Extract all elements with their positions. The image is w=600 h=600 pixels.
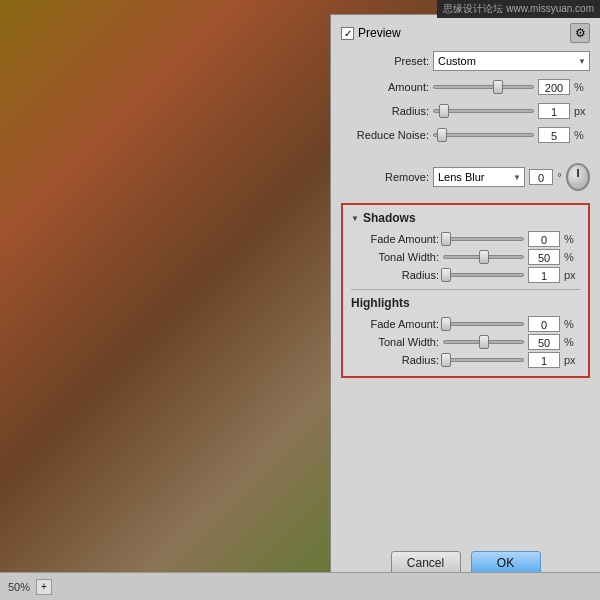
radius-slider[interactable] (433, 104, 534, 118)
amount-unit: % (574, 81, 590, 93)
dialog-panel: ✓ Preview ⚙ Preset: Custom ▼ Amount: 200… (330, 14, 600, 584)
radius-value[interactable]: 1 (538, 103, 570, 119)
reduce-noise-unit: % (574, 129, 590, 141)
reduce-noise-row: Reduce Noise: 5 % (341, 127, 590, 143)
shadows-radius-unit: px (564, 269, 580, 281)
dial-control[interactable] (566, 163, 590, 191)
amount-value[interactable]: 200 (538, 79, 570, 95)
reduce-noise-thumb[interactable] (437, 128, 447, 142)
bottom-status-bar: 50% + (0, 572, 600, 600)
highlights-tonal-label: Tonal Width: (351, 336, 439, 348)
highlights-tonal-track (443, 340, 524, 344)
shadows-tonal-track (443, 255, 524, 259)
radius-label: Radius: (341, 105, 429, 117)
amount-label: Amount: (341, 81, 429, 93)
highlights-fade-amount-row: Fade Amount: 0 % (351, 316, 580, 332)
check-mark: ✓ (344, 28, 352, 39)
highlights-fade-label: Fade Amount: (351, 318, 439, 330)
shadows-tonal-width-row: Tonal Width: 50 % (351, 249, 580, 265)
reduce-noise-label: Reduce Noise: (341, 129, 429, 141)
shadows-radius-label: Radius: (351, 269, 439, 281)
shadows-radius-row: Radius: 1 px (351, 267, 580, 283)
shadows-fade-value[interactable]: 0 (528, 231, 560, 247)
shadows-tonal-thumb[interactable] (479, 250, 489, 264)
button-row: Cancel OK (341, 545, 590, 575)
shadows-fade-label: Fade Amount: (351, 233, 439, 245)
zoom-level-label: 50% (8, 581, 30, 593)
shadows-tonal-label: Tonal Width: (351, 251, 439, 263)
preview-check-group: ✓ Preview (341, 26, 401, 40)
amount-row: Amount: 200 % (341, 79, 590, 95)
highlights-fade-slider[interactable] (443, 317, 524, 331)
radius-unit: px (574, 105, 590, 117)
remove-row: Remove: Lens Blur Gaussian Blur Motion B… (341, 163, 590, 191)
shadows-title-text: Shadows (363, 211, 416, 225)
gear-button[interactable]: ⚙ (570, 23, 590, 43)
zoom-plus-button[interactable]: + (36, 579, 52, 595)
remove-select[interactable]: Lens Blur Gaussian Blur Motion Blur (433, 167, 525, 187)
shadows-tonal-value[interactable]: 50 (528, 249, 560, 265)
shadows-highlights-section: ▼ Shadows Fade Amount: 0 % Tonal Width: … (341, 203, 590, 378)
dial-indicator (577, 169, 579, 177)
shadows-fade-unit: % (564, 233, 580, 245)
radius-row: Radius: 1 px (341, 103, 590, 119)
shadows-radius-track (443, 273, 524, 277)
shadows-fade-amount-row: Fade Amount: 0 % (351, 231, 580, 247)
shadows-tonal-unit: % (564, 251, 580, 263)
shadows-highlights-divider (351, 289, 580, 290)
highlights-fade-track (443, 322, 524, 326)
shadows-fade-slider[interactable] (443, 232, 524, 246)
shadows-fade-thumb[interactable] (441, 232, 451, 246)
shadows-radius-thumb[interactable] (441, 268, 451, 282)
plus-icon: + (41, 581, 47, 592)
highlights-tonal-width-row: Tonal Width: 50 % (351, 334, 580, 350)
reduce-noise-slider[interactable] (433, 128, 534, 142)
remove-label: Remove: (341, 171, 429, 183)
highlights-radius-thumb[interactable] (441, 353, 451, 367)
radius-track (433, 109, 534, 113)
highlights-title-row: Highlights (351, 296, 580, 310)
shadows-radius-slider[interactable] (443, 268, 524, 282)
highlights-fade-value[interactable]: 0 (528, 316, 560, 332)
highlights-radius-unit: px (564, 354, 580, 366)
amount-thumb[interactable] (493, 80, 503, 94)
highlights-fade-unit: % (564, 318, 580, 330)
highlights-radius-label: Radius: (351, 354, 439, 366)
preset-select-wrapper: Custom ▼ (433, 51, 590, 71)
highlights-radius-slider[interactable] (443, 353, 524, 367)
highlights-radius-value[interactable]: 1 (528, 352, 560, 368)
degree-value-box[interactable]: 0 (529, 169, 553, 185)
preview-checkbox[interactable]: ✓ (341, 27, 354, 40)
amount-slider[interactable] (433, 80, 534, 94)
shadows-fade-track (443, 237, 524, 241)
highlights-fade-thumb[interactable] (441, 317, 451, 331)
preview-label: Preview (358, 26, 401, 40)
reduce-noise-track (433, 133, 534, 137)
preset-row: Preset: Custom ▼ (341, 51, 590, 71)
preset-label: Preset: (341, 55, 429, 67)
highlights-radius-row: Radius: 1 px (351, 352, 580, 368)
radius-thumb[interactable] (439, 104, 449, 118)
highlights-title-text: Highlights (351, 296, 410, 310)
highlights-tonal-thumb[interactable] (479, 335, 489, 349)
degree-symbol: ° (557, 171, 561, 183)
amount-track (433, 85, 534, 89)
preview-row: ✓ Preview ⚙ (341, 23, 590, 43)
remove-select-wrapper: Lens Blur Gaussian Blur Motion Blur ▼ (433, 167, 525, 187)
preset-select[interactable]: Custom (433, 51, 590, 71)
shadows-tonal-slider[interactable] (443, 250, 524, 264)
highlights-tonal-value[interactable]: 50 (528, 334, 560, 350)
reduce-noise-value[interactable]: 5 (538, 127, 570, 143)
highlights-radius-track (443, 358, 524, 362)
separator-1 (341, 151, 590, 157)
highlights-tonal-unit: % (564, 336, 580, 348)
shadows-title-row: ▼ Shadows (351, 211, 580, 225)
gear-icon: ⚙ (575, 26, 586, 40)
highlights-tonal-slider[interactable] (443, 335, 524, 349)
shadows-radius-value[interactable]: 1 (528, 267, 560, 283)
watermark-bar: 思缘设计论坛 www.missyuan.com (437, 0, 600, 18)
shadows-triangle-icon[interactable]: ▼ (351, 214, 359, 223)
